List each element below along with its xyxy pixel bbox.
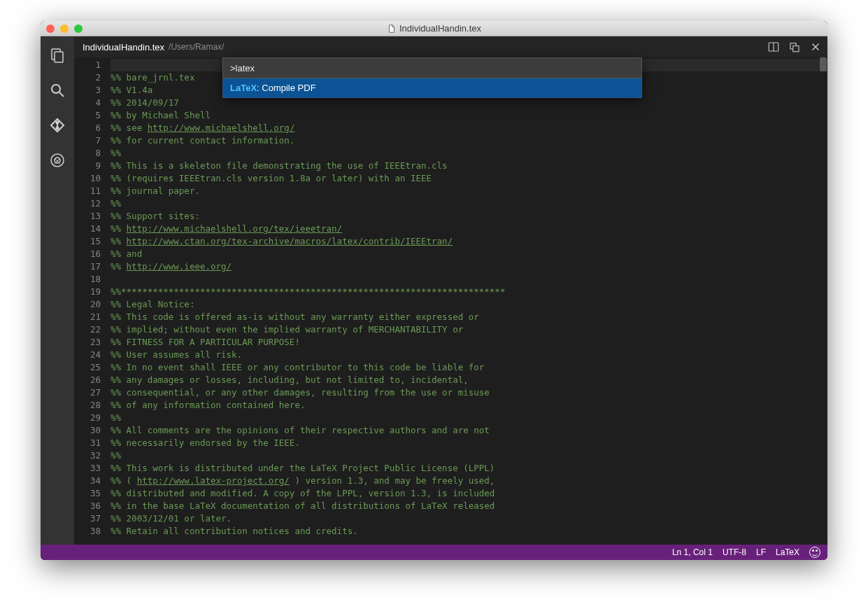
window-title: IndividualHandin.tex (41, 23, 827, 34)
code-line[interactable]: %% This is a skeleton file demonstrating… (111, 160, 827, 172)
editor-body: IndividualHandin.tex /Users/Ramax/ 12345… (41, 36, 827, 545)
scrollbar-thumb[interactable] (820, 57, 827, 71)
explorer-icon[interactable] (48, 46, 66, 64)
code-line[interactable]: %% by Michael Shell (111, 109, 827, 122)
status-eol[interactable]: LF (756, 547, 766, 557)
code-line[interactable]: %% In no event shall IEEE or any contrib… (111, 361, 827, 374)
code-line[interactable]: %% Legal Notice: (111, 298, 827, 311)
code-line[interactable]: %% of any information contained here. (111, 399, 827, 412)
vertical-scrollbar[interactable] (819, 57, 827, 545)
code-editor[interactable]: 1234567891011121314151617181920212223242… (74, 57, 827, 545)
code-line[interactable]: %% Support sites: (111, 210, 827, 223)
close-tab-icon[interactable] (809, 41, 822, 53)
code-line[interactable]: %% All comments are the opinions of thei… (111, 424, 827, 437)
code-content[interactable]: %% bare_jrnl.tex%% V1.4a%% 2014/09/17%% … (111, 57, 827, 545)
command-palette-item-text: : Compile PDF (257, 83, 316, 93)
code-line[interactable]: %% Retain all contribution notices and c… (111, 525, 827, 538)
git-icon[interactable] (48, 116, 66, 134)
editor-window: IndividualHandin.tex IndividualHandin.te… (41, 21, 827, 560)
code-line[interactable]: %% ( http://www.latex-project.org/ ) ver… (111, 475, 827, 487)
statusbar: Ln 1, Col 1 UTF-8 LF LaTeX (41, 545, 827, 560)
activity-bar (41, 36, 74, 545)
code-line[interactable]: %% (111, 449, 827, 462)
titlebar: IndividualHandin.tex (41, 21, 827, 36)
code-line[interactable]: %%**************************************… (111, 286, 827, 298)
code-line[interactable]: %% distributed and modified. A copy of t… (111, 487, 827, 500)
command-palette: LaTeX: Compile PDF (222, 57, 642, 98)
split-editor-icon[interactable] (767, 41, 780, 53)
code-line[interactable]: %% in the base LaTeX documentation of al… (111, 500, 827, 512)
tab-path: /Users/Ramax/ (169, 42, 224, 52)
command-palette-item-highlight: LaTeX (230, 83, 257, 93)
code-line[interactable]: %% necessarily endorsed by the IEEE. (111, 437, 827, 449)
code-line[interactable]: %% http://www.ctan.org/tex-archive/macro… (111, 235, 827, 248)
code-line[interactable]: %% 2014/09/17 (111, 97, 827, 109)
code-line[interactable]: %% (requires IEEEtran.cls version 1.8a o… (111, 172, 827, 185)
code-line[interactable]: %% http://www.michaelshell.org/tex/ieeet… (111, 223, 827, 235)
command-palette-input[interactable] (222, 57, 642, 78)
editor-area: IndividualHandin.tex /Users/Ramax/ 12345… (74, 36, 827, 545)
search-icon[interactable] (48, 81, 66, 99)
feedback-icon[interactable] (809, 547, 820, 558)
code-line[interactable]: %% FITNESS FOR A PARTICULAR PURPOSE! (111, 336, 827, 349)
code-line[interactable]: %% http://www.ieee.org/ (111, 260, 827, 273)
code-line[interactable]: %% consequential, or any other damages, … (111, 386, 827, 399)
code-line[interactable]: %% This work is distributed under the La… (111, 462, 827, 475)
code-line[interactable]: %% (111, 147, 827, 160)
window-title-text: IndividualHandin.tex (399, 23, 481, 34)
more-actions-icon[interactable] (788, 41, 801, 53)
svg-rect-12 (793, 46, 799, 52)
code-line[interactable] (111, 273, 827, 286)
command-palette-item[interactable]: LaTeX: Compile PDF (222, 78, 642, 98)
svg-line-3 (59, 92, 64, 97)
svg-point-2 (52, 85, 60, 93)
status-language[interactable]: LaTeX (776, 547, 799, 557)
code-line[interactable]: %% User assumes all risk. (111, 349, 827, 361)
code-line[interactable]: %% (111, 412, 827, 424)
close-window-button[interactable] (46, 24, 55, 33)
code-line[interactable]: %% (111, 197, 827, 210)
minimize-window-button[interactable] (60, 24, 69, 33)
code-line[interactable]: %% see http://www.michaelshell.org/ (111, 122, 827, 134)
code-line[interactable]: %% 2003/12/01 or later. (111, 512, 827, 525)
code-line[interactable]: %% This code is offered as-is without an… (111, 311, 827, 323)
status-position[interactable]: Ln 1, Col 1 (672, 547, 713, 557)
debug-icon[interactable] (48, 151, 66, 169)
svg-point-7 (51, 154, 64, 167)
code-line[interactable]: %% any damages or losses, including, but… (111, 374, 827, 386)
code-line[interactable]: %% and (111, 248, 827, 260)
svg-point-8 (55, 158, 60, 163)
tabbar: IndividualHandin.tex /Users/Ramax/ (74, 36, 827, 57)
code-line[interactable]: %% journal paper. (111, 185, 827, 197)
tab-filename[interactable]: IndividualHandin.tex (83, 42, 164, 52)
traffic-lights (41, 24, 83, 33)
zoom-window-button[interactable] (74, 24, 83, 33)
code-line[interactable]: %% implied; without even the implied war… (111, 323, 827, 336)
line-number-gutter: 1234567891011121314151617181920212223242… (74, 57, 111, 545)
code-line[interactable]: %% for current contact information. (111, 134, 827, 147)
svg-rect-1 (55, 52, 63, 62)
status-encoding[interactable]: UTF-8 (723, 547, 746, 557)
document-icon (387, 24, 397, 34)
